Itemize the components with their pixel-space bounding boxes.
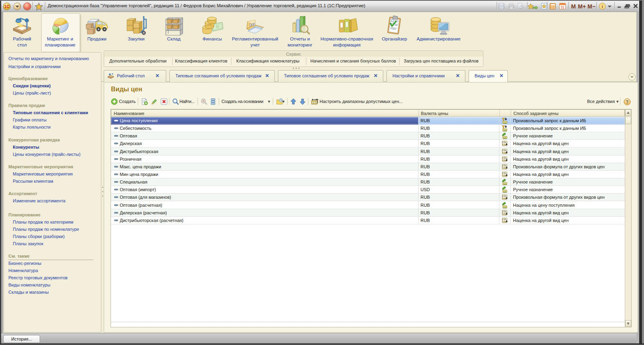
svg-text:?: ? [626, 99, 628, 105]
svg-text:M+: M+ [578, 3, 586, 10]
svg-text:31: 31 [561, 5, 565, 9]
svg-text:1С: 1С [4, 4, 10, 9]
svg-text:M: M [571, 3, 576, 10]
svg-text:M−: M− [588, 3, 596, 10]
svg-text:i: i [602, 4, 603, 9]
